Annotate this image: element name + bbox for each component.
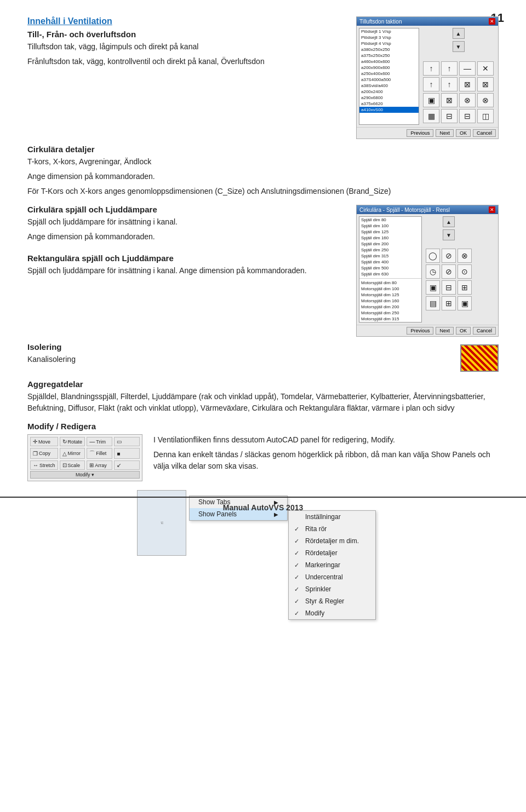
spjall-item[interactable]: Spjäll dim 200 [359, 241, 421, 247]
modify-label-bar[interactable]: Modify ▾ [30, 471, 140, 479]
icon-cell[interactable]: ⊞ [458, 280, 472, 295]
extra1-btn[interactable]: ▭ [114, 437, 140, 446]
dialog1-image: Tilluftsdon taktion ✕ Plödsejll 1 V/sp P… [356, 16, 499, 139]
spjall-item[interactable]: Spjäll dim 315 [359, 253, 421, 259]
spjall-item[interactable]: Spjäll dim 400 [359, 259, 421, 265]
icon-cell[interactable]: ⊠ [459, 77, 476, 91]
icon-cell[interactable]: ⊞ [442, 296, 456, 310]
icon-cell[interactable]: ⊠ [441, 93, 458, 107]
icon-cell[interactable]: ⊠ [477, 77, 494, 91]
motor-item[interactable]: Motorspjäll dim 315 [359, 316, 421, 322]
previous-btn[interactable]: Previous [407, 129, 433, 137]
next-btn[interactable]: Next [436, 129, 454, 137]
list-item[interactable]: Plödsejll 3 V/sp [359, 34, 419, 41]
submenu-undercentral[interactable]: ✓ Undercentral [289, 571, 375, 583]
icon-cell[interactable]: ▣ [458, 296, 472, 310]
list-item[interactable]: a380x250x250 [359, 47, 419, 53]
mirror-btn[interactable]: △Mirror [60, 448, 85, 459]
list-item[interactable]: a38Svid/a400 [359, 83, 419, 89]
list-item-selected[interactable]: a410xvS00 [359, 107, 419, 113]
submenu-modify[interactable]: ✓ Modify [289, 607, 375, 619]
list-item[interactable]: a200x900x600 [359, 65, 419, 71]
ok-btn[interactable]: OK [456, 129, 471, 137]
submenu-markeringar[interactable]: ✓ Markeringar [289, 559, 375, 571]
icon-cell[interactable]: ⊘ [442, 249, 456, 263]
icon-cell[interactable]: ⊘ [442, 264, 456, 279]
list-item[interactable]: Plödsejll 4 V/sp [359, 41, 419, 47]
fillet-icon: ⌒ [89, 450, 95, 457]
icon-cell[interactable]: ◯ [426, 249, 440, 263]
submenu-sprinkler[interactable]: ✓ Sprinkler [289, 583, 375, 595]
cancel-btn[interactable]: Cancel [473, 129, 496, 137]
icon-cell[interactable]: ⊗ [459, 93, 476, 107]
next-btn2[interactable]: Next [436, 327, 454, 335]
list-item[interactable]: a37S4000a500 [359, 77, 419, 83]
icon-cell[interactable]: ⊙ [458, 264, 472, 279]
list-item[interactable]: a250x400x600 [359, 71, 419, 77]
ok-btn2[interactable]: OK [456, 327, 471, 335]
rotate-btn[interactable]: ↻Rotate [60, 437, 85, 446]
icon-cell[interactable]: ⊟ [442, 280, 456, 295]
icon-cell[interactable]: ↑ [441, 61, 458, 76]
arrow-up-btn[interactable]: ▲ [453, 28, 465, 39]
icon-cell[interactable]: ↑ [423, 77, 439, 91]
arrow-down-btn[interactable]: ▼ [453, 41, 465, 52]
move-btn[interactable]: ✛Move [30, 437, 58, 446]
submenu-styr-regler[interactable]: ✓ Styr & Regler [289, 595, 375, 607]
motor-item[interactable]: Motorspjäll dim 125 [359, 292, 421, 298]
icon-cell[interactable]: ⊗ [458, 249, 472, 263]
scale-btn[interactable]: ⊡Scale [60, 460, 85, 470]
extra3-btn[interactable]: ↙ [114, 460, 140, 470]
icon-grid2: ◯ ⊘ ⊗ ◷ ⊘ ⊙ ▣ ⊟ ⊞ ▤ ⊞ ▣ [424, 247, 473, 312]
stretch-btn[interactable]: ↔Stretch [30, 460, 58, 470]
motor-item[interactable]: Motorspjäll dim 200 [359, 304, 421, 310]
icon-cell[interactable]: ⊟ [459, 109, 476, 123]
list-item[interactable]: a375x6620 [359, 101, 419, 107]
submenu-rordetaljer[interactable]: ✓ Rördetaljer [289, 547, 375, 559]
list-item[interactable]: a460x400x600 [359, 59, 419, 65]
icon-cell[interactable]: ↑ [441, 77, 458, 91]
list-item[interactable]: a200x2400 [359, 89, 419, 95]
dialog2-close-btn[interactable]: ✕ [489, 206, 495, 213]
list-item[interactable]: Plödsejll 1 V/sp [359, 28, 419, 34]
arrow-down-btn2[interactable]: ▼ [443, 229, 455, 240]
extra2-btn[interactable]: ■ [114, 448, 140, 459]
spjall-item[interactable]: Spjäll dim 125 [359, 229, 421, 235]
submenu-label: Markeringar [305, 561, 340, 569]
list-item[interactable]: a290x6800 [359, 95, 419, 101]
spjall-item[interactable]: Spjäll dim 160 [359, 235, 421, 241]
fillet-btn[interactable]: ⌒Fillet [87, 448, 112, 459]
motor-item[interactable]: Motorspjäll dim 250 [359, 310, 421, 316]
submenu-installningar[interactable]: Inställningar [289, 511, 375, 523]
cancel-btn2[interactable]: Cancel [473, 327, 496, 335]
spjall-item[interactable]: Spjäll dim 500 [359, 265, 421, 271]
dialog1-close-btn[interactable]: ✕ [489, 18, 495, 25]
icon-cell[interactable]: ✕ [477, 61, 494, 76]
icon-cell[interactable]: ▦ [423, 109, 439, 123]
arrow-up-btn2[interactable]: ▲ [443, 216, 455, 227]
trim-btn[interactable]: —Trim [87, 437, 112, 446]
motor-item[interactable]: Motorspjäll dim 80 [359, 280, 421, 286]
submenu-rita-ror[interactable]: ✓ Rita rör [289, 523, 375, 535]
motor-item[interactable]: Motorspjäll dim 100 [359, 286, 421, 292]
dialog2-image: Cirkulära - Spjäll - Motorspjäll - Rensl… [356, 205, 499, 337]
spjall-item[interactable]: Spjäll dim 80 [359, 217, 421, 223]
icon-cell[interactable]: ↑ [423, 61, 439, 76]
list-item[interactable]: a375x250x250 [359, 53, 419, 59]
array-btn[interactable]: ⊞Array [87, 460, 112, 470]
icon-cell[interactable]: ⊗ [477, 93, 494, 107]
copy-btn[interactable]: ❐Copy [30, 448, 58, 459]
icon-cell[interactable]: ◫ [477, 109, 494, 123]
previous-btn2[interactable]: Previous [407, 327, 433, 335]
icon-cell[interactable]: ▤ [426, 296, 440, 310]
spjall-item[interactable]: Spjäll dim 250 [359, 247, 421, 253]
spjall-item[interactable]: Spjäll dim 100 [359, 223, 421, 229]
icon-cell[interactable]: ▣ [426, 280, 440, 295]
submenu-rordetaljer-dim[interactable]: ✓ Rördetaljer m dim. [289, 535, 375, 547]
icon-cell[interactable]: ◷ [426, 264, 440, 279]
icon-cell[interactable]: ⊟ [441, 109, 458, 123]
motor-item[interactable]: Motorspjäll dim 160 [359, 298, 421, 304]
spjall-item[interactable]: Spjäll dim 630 [359, 271, 421, 277]
icon-cell[interactable]: ▣ [423, 93, 439, 107]
icon-cell[interactable]: — [459, 61, 476, 76]
